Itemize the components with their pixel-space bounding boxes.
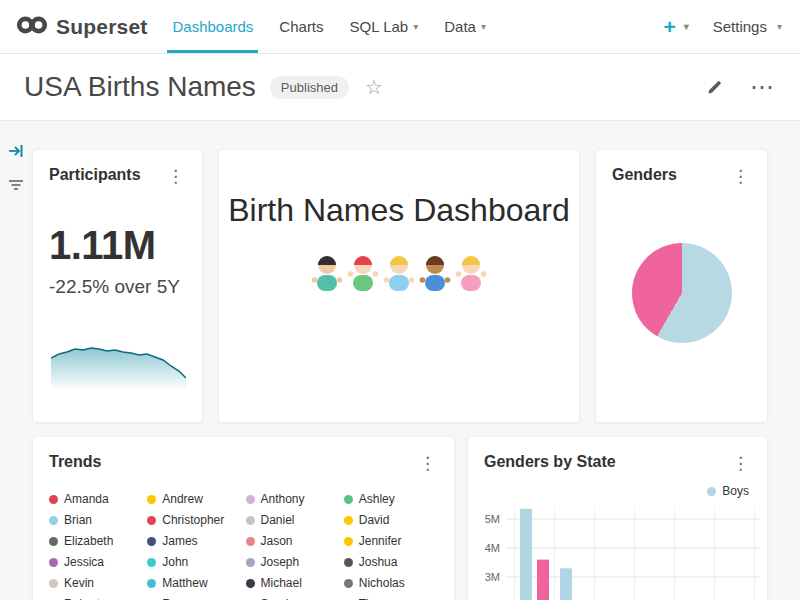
legend-item[interactable]: David (344, 513, 438, 528)
gbs-legend-label: Boys (722, 484, 749, 498)
dashboard-header: USA Births Names Published ☆ ⋯ (0, 54, 800, 121)
legend-item[interactable]: Brian (49, 513, 143, 528)
genders-by-state-bar-chart[interactable]: 5M4M3M (474, 502, 767, 600)
legend-dot (344, 495, 353, 504)
legend-label: Andrew (162, 492, 203, 507)
legend-dot (49, 495, 58, 504)
legend-item[interactable]: Joseph (246, 555, 340, 570)
card-title: Genders (612, 166, 677, 184)
header-actions: ⋯ (706, 75, 774, 99)
card-title: Trends (49, 453, 101, 471)
legend-item[interactable]: Amanda (49, 492, 143, 507)
legend-item[interactable]: Daniel (246, 513, 340, 528)
nav-links: Dashboards Charts SQL Lab ▾ Data ▾ (159, 0, 498, 53)
big-number-delta: -22.5% over 5Y (49, 276, 186, 298)
legend-label: Jennifer (359, 534, 402, 549)
legend-item[interactable]: Nicholas (344, 576, 438, 591)
legend-label: Christopher (162, 513, 224, 528)
new-item-button[interactable]: + ▾ (663, 15, 688, 39)
legend-label: David (359, 513, 390, 528)
card-menu-kebab-icon[interactable]: ⋮ (726, 453, 755, 474)
markdown-card: Birth Names Dashboard (218, 149, 580, 423)
genders-by-state-card: Genders by State ⋮ Boys 5M4M3M (467, 436, 768, 600)
legend-dot (246, 495, 255, 504)
expand-filter-bar-icon[interactable] (3, 139, 29, 163)
navbar-right: + ▾ Settings ▾ (663, 0, 782, 53)
nav-item-charts[interactable]: Charts (266, 0, 336, 53)
top-navbar: Superset Dashboards Charts SQL Lab ▾ Dat… (0, 0, 800, 54)
legend-dot (147, 558, 156, 567)
favorite-star-icon[interactable]: ☆ (365, 75, 383, 99)
legend-item[interactable]: Anthony (246, 492, 340, 507)
superset-logo[interactable]: Superset (16, 0, 147, 53)
legend-label: Brian (64, 513, 92, 528)
svg-text:3M: 3M (485, 571, 500, 583)
legend-label: Ashley (359, 492, 395, 507)
gbs-legend-dot (707, 487, 716, 496)
nav-item-sql-lab[interactable]: SQL Lab ▾ (337, 0, 432, 53)
legend-label: Jessica (64, 555, 104, 570)
legend-label: John (162, 555, 188, 570)
legend-item[interactable]: Andrew (147, 492, 241, 507)
nav-item-data[interactable]: Data ▾ (431, 0, 499, 53)
dashboard-grid: Participants ⋮ 1.11M -22.5% over 5Y Birt… (0, 121, 800, 600)
legend-label: Joshua (359, 555, 398, 570)
legend-label: Anthony (261, 492, 305, 507)
card-title: Genders by State (484, 453, 616, 471)
legend-dot (147, 495, 156, 504)
legend-dot (246, 558, 255, 567)
edit-pencil-icon[interactable] (706, 78, 724, 96)
superset-infinity-icon (16, 14, 48, 40)
legend-label: Joseph (261, 555, 300, 570)
legend-item[interactable]: Jessica (49, 555, 143, 570)
legend-dot (147, 579, 156, 588)
legend-item[interactable]: Joshua (344, 555, 438, 570)
participants-card: Participants ⋮ 1.11M -22.5% over 5Y (32, 149, 203, 423)
trendline-sparkline-chart (51, 340, 186, 392)
legend-dot (344, 558, 353, 567)
big-number-value: 1.11M (49, 223, 186, 268)
legend-label: Amanda (64, 492, 109, 507)
legend-label: Matthew (162, 576, 207, 591)
card-menu-kebab-icon[interactable]: ⋮ (726, 166, 755, 187)
genders-pie-chart[interactable] (632, 243, 732, 343)
settings-menu[interactable]: Settings ▾ (713, 18, 782, 35)
legend-item[interactable]: Jennifer (344, 534, 438, 549)
card-menu-kebab-icon[interactable]: ⋮ (413, 453, 442, 474)
caret-down-icon: ▾ (777, 21, 782, 32)
legend-item[interactable]: Michael (246, 576, 340, 591)
legend-dot (246, 516, 255, 525)
nav-item-dashboards[interactable]: Dashboards (159, 0, 266, 53)
legend-item[interactable]: James (147, 534, 241, 549)
legend-dot (49, 537, 58, 546)
legend-dot (246, 537, 255, 546)
legend-label: Daniel (261, 513, 295, 528)
legend-dot (246, 579, 255, 588)
legend-item[interactable]: Ashley (344, 492, 438, 507)
legend-dot (344, 516, 353, 525)
card-title: Participants (49, 166, 141, 184)
legend-dot (147, 516, 156, 525)
legend-label: Elizabeth (64, 534, 113, 549)
caret-down-icon: ▾ (481, 21, 486, 32)
legend-item[interactable]: Elizabeth (49, 534, 143, 549)
card-menu-kebab-icon[interactable]: ⋮ (161, 166, 190, 187)
legend-label: Nicholas (359, 576, 405, 591)
filter-rail (0, 139, 32, 197)
trends-legend: AmandaAndrewAnthonyAshleyBrianChristophe… (33, 480, 454, 600)
legend-dot (344, 537, 353, 546)
more-actions-icon[interactable]: ⋯ (750, 75, 774, 99)
published-badge[interactable]: Published (270, 76, 349, 99)
legend-item[interactable]: Kevin (49, 576, 143, 591)
trends-card: Trends ⋮ AmandaAndrewAnthonyAshleyBrianC… (32, 436, 455, 600)
legend-item[interactable]: Jason (246, 534, 340, 549)
filter-icon[interactable] (3, 173, 29, 197)
svg-text:5M: 5M (485, 513, 500, 525)
legend-item[interactable]: Matthew (147, 576, 241, 591)
legend-item[interactable]: Christopher (147, 513, 241, 528)
legend-dot (49, 558, 58, 567)
svg-text:4M: 4M (485, 542, 500, 554)
gbs-legend-item[interactable]: Boys (468, 480, 767, 502)
legend-item[interactable]: John (147, 555, 241, 570)
legend-label: James (162, 534, 197, 549)
